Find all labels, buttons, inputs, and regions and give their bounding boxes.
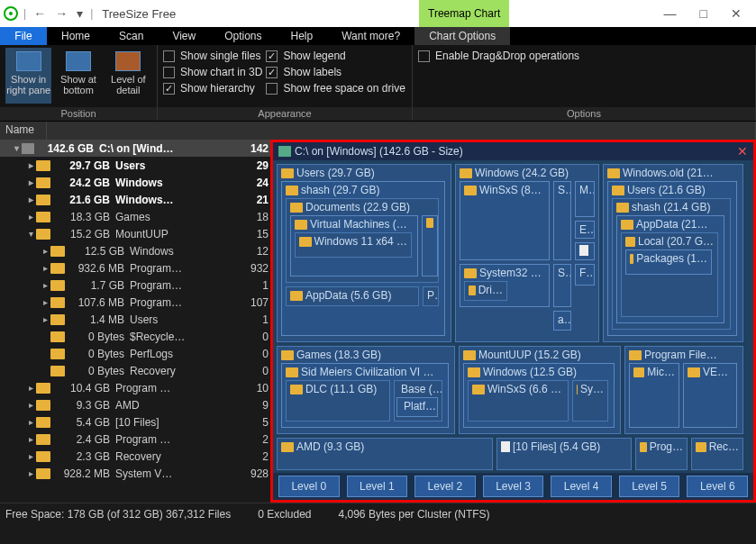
block-dri[interactable]: Dri… xyxy=(464,281,507,301)
expand-icon[interactable]: ▸ xyxy=(40,246,50,256)
tree-row[interactable]: ▸21.6 GBWindows…21 xyxy=(0,191,270,208)
block-shash2[interactable]: shash (21.4 GB) AppData (21… Local (20.7… xyxy=(612,198,731,330)
chk-labels[interactable]: ✓Show labels xyxy=(266,66,405,78)
block-p2[interactable]: P… xyxy=(423,286,439,306)
expand-icon[interactable]: ▸ xyxy=(25,468,36,478)
nav-dropdown-icon[interactable]: ▾ xyxy=(75,6,85,21)
tree-row[interactable]: ▸18.3 GBGames18 xyxy=(0,208,270,225)
tree-row[interactable]: ▸5.4 GB[10 Files]5 xyxy=(0,413,270,431)
show-right-pane-button[interactable]: Show in right pane xyxy=(5,48,51,104)
tree-row[interactable]: ▸12.5 GBWindows12 xyxy=(0,242,270,259)
block-windows[interactable]: Windows (24.2 GB) WinSxS (8… S… M… E… Sy… xyxy=(455,164,599,342)
expand-icon[interactable]: ▸ xyxy=(40,297,50,307)
chk-dragdrop[interactable]: Enable Drag&Drop operations xyxy=(418,50,579,62)
level-button[interactable]: Level 5 xyxy=(619,476,680,497)
block-windowsold[interactable]: Windows.old (21… Users (21.6 GB) shash (… xyxy=(603,164,743,342)
level-button[interactable]: Level 3 xyxy=(483,476,544,497)
treemap-body[interactable]: Users (29.7 GB) shash (29.7 GB) Document… xyxy=(273,160,753,473)
treemap-close-button[interactable]: ✕ xyxy=(737,144,748,159)
expand-icon[interactable]: ▸ xyxy=(25,434,36,444)
block-s[interactable]: S… xyxy=(553,181,571,260)
nav-forward-icon[interactable]: → xyxy=(53,6,69,21)
tree-row[interactable]: ▸928.2 MBSystem V…928 xyxy=(0,465,270,482)
level-button[interactable]: Level 2 xyxy=(414,476,476,497)
block-rec[interactable]: Rec… xyxy=(691,438,743,470)
tree-row[interactable]: ▸932.6 MBProgram…932 xyxy=(0,259,270,277)
block-plat[interactable]: Platf… xyxy=(396,397,438,417)
level-button[interactable]: Level 6 xyxy=(687,476,748,497)
block-dlc[interactable]: DLC (11.1 GB) xyxy=(286,380,390,422)
block-prog[interactable]: Prog… xyxy=(635,438,688,470)
expand-icon[interactable]: ▾ xyxy=(25,229,36,239)
tree-row[interactable]: ▾15.2 GBMountUUP15 xyxy=(0,225,270,242)
expand-icon[interactable]: ▸ xyxy=(40,314,50,324)
block-sy[interactable]: Sy… xyxy=(572,380,608,422)
block-local[interactable]: Local (20.7 G… Packages (1… xyxy=(621,232,718,317)
level-button[interactable]: Level 1 xyxy=(347,476,408,497)
block-appdata2[interactable]: AppData (21… Local (20.7 G… Packages (1… xyxy=(616,215,724,323)
menu-home[interactable]: Home xyxy=(47,27,105,45)
expand-icon[interactable]: ▸ xyxy=(40,263,50,273)
col-name[interactable]: Name xyxy=(0,122,47,140)
block-packages[interactable]: Packages (1… xyxy=(625,249,712,275)
block-a[interactable]: a… xyxy=(553,311,571,331)
block-s2[interactable]: S… xyxy=(553,264,571,307)
expand-icon[interactable]: ▸ xyxy=(25,451,36,461)
expand-icon[interactable]: ▸ xyxy=(25,417,36,427)
block-win11[interactable]: Windows 11 x64 … xyxy=(295,232,412,258)
chk-hierarchy[interactable]: ✓Show hierarchy xyxy=(163,82,262,95)
menu-view[interactable]: View xyxy=(158,27,210,45)
block-shash[interactable]: shash (29.7 GB) Documents (22.9 GB) Virt… xyxy=(281,181,445,336)
block-mountuup[interactable]: MountUUP (15.2 GB) Windows (12.5 GB) Win… xyxy=(459,346,621,434)
tree-row[interactable]: 0 Bytes$Recycle…0 xyxy=(0,328,270,345)
chk-chart-3d[interactable]: Show chart in 3D xyxy=(163,66,262,78)
block-10files[interactable]: [10 Files] (5.4 GB) xyxy=(496,438,632,470)
menu-chart-options[interactable]: Chart Options xyxy=(414,27,510,45)
tree-row[interactable]: ▸2.3 GBRecovery2 xyxy=(0,448,270,465)
expand-icon[interactable]: ▸ xyxy=(25,400,36,410)
block-p[interactable] xyxy=(422,215,438,277)
block-mic[interactable]: Mic… xyxy=(629,363,679,428)
block-appdata[interactable]: AppData (5.6 GB) xyxy=(286,286,419,306)
tree-row[interactable]: ▸24.2 GBWindows24 xyxy=(0,174,270,191)
tree-row[interactable]: 0 BytesRecovery0 xyxy=(0,362,270,379)
block-sx[interactable] xyxy=(575,242,595,260)
block-m[interactable]: M… xyxy=(575,181,595,217)
block-users[interactable]: Users (29.7 GB) shash (29.7 GB) Document… xyxy=(277,164,451,342)
chk-free-space[interactable]: Show free space on drive xyxy=(266,82,405,95)
nav-back-icon[interactable]: ← xyxy=(32,6,48,21)
expand-icon[interactable]: ▾ xyxy=(11,143,22,153)
level-button[interactable]: Level 4 xyxy=(551,476,612,497)
maximize-button[interactable]: □ xyxy=(697,6,711,21)
tree-row[interactable]: ▸1.7 GBProgram…1 xyxy=(0,277,270,294)
expand-icon[interactable]: ▸ xyxy=(25,160,36,170)
level-detail-button[interactable]: Level of detail xyxy=(105,48,151,104)
tree-row[interactable]: ▸1.4 MBUsers1 xyxy=(0,311,270,328)
minimize-button[interactable]: — xyxy=(660,6,680,21)
tree-row[interactable]: ▾142.6 GBC:\ on [Wind…142 xyxy=(0,140,270,157)
tree-row[interactable]: ▸29.7 GBUsers29 xyxy=(0,157,270,174)
menu-want-more[interactable]: Want more? xyxy=(327,27,414,45)
menu-scan[interactable]: Scan xyxy=(105,27,158,45)
level-button[interactable]: Level 0 xyxy=(278,476,340,497)
expand-icon[interactable]: ▸ xyxy=(40,280,50,290)
block-amd[interactable]: AMD (9.3 GB) xyxy=(277,438,493,470)
tree-row[interactable]: ▸107.6 MBProgram…107 xyxy=(0,294,270,311)
expand-icon[interactable]: ▸ xyxy=(25,383,36,393)
block-e[interactable]: E… xyxy=(575,221,595,239)
tree-row[interactable]: ▸2.4 GBProgram …2 xyxy=(0,431,270,448)
tree-row[interactable]: 0 BytesPerfLogs0 xyxy=(0,345,270,362)
block-windows2[interactable]: Windows (12.5 GB) WinSxS (6.6 … Sy… xyxy=(463,363,615,428)
folder-tree[interactable]: ▾142.6 GBC:\ on [Wind…142▸29.7 GBUsers29… xyxy=(0,140,270,503)
block-system32[interactable]: System32 … Dri… xyxy=(460,264,550,307)
block-winsxs2[interactable]: WinSxS (6.6 … xyxy=(468,380,569,422)
block-vms[interactable]: Virtual Machines (… Windows 11 x64 … xyxy=(290,215,418,277)
close-button[interactable]: ✕ xyxy=(727,6,745,21)
menu-options[interactable]: Options xyxy=(210,27,276,45)
expand-icon[interactable]: ▸ xyxy=(25,195,36,204)
tree-row[interactable]: ▸10.4 GBProgram …10 xyxy=(0,379,270,396)
block-documents[interactable]: Documents (22.9 GB) Virtual Machines (… … xyxy=(286,198,439,283)
chk-single-files[interactable]: Show single files xyxy=(163,50,262,62)
expand-icon[interactable]: ▸ xyxy=(25,212,36,222)
menu-help[interactable]: Help xyxy=(277,27,328,45)
